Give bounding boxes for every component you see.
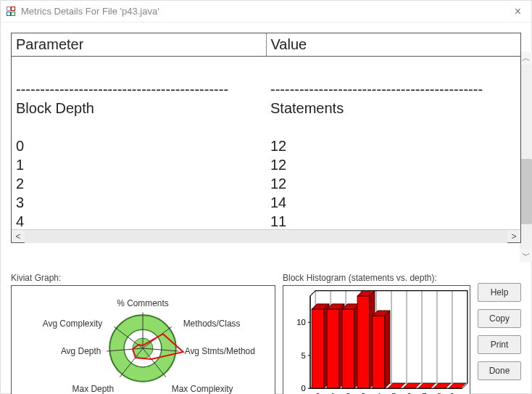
subheader-value: Statements xyxy=(266,99,520,118)
table-header: Parameter Value xyxy=(12,33,520,57)
svg-rect-31 xyxy=(312,309,324,388)
histogram-col: Block Histogram (statements vs. depth): … xyxy=(283,273,470,386)
svg-text:Max Depth: Max Depth xyxy=(72,384,115,394)
col-parameter[interactable]: Parameter xyxy=(12,33,267,56)
kiviat-label: Kiviat Graph: xyxy=(11,273,275,283)
vertical-scrollbar[interactable]: ︿ ﹀ xyxy=(520,52,532,262)
scroll-down-icon[interactable]: ﹀ xyxy=(520,249,532,262)
svg-text:Avg Complexity: Avg Complexity xyxy=(43,319,103,329)
svg-marker-45 xyxy=(385,311,390,388)
scroll-up-icon[interactable]: ︿ xyxy=(520,52,532,65)
svg-rect-34 xyxy=(327,309,339,388)
metrics-table: Parameter Value ------------------------… xyxy=(11,33,521,243)
kiviat-chart: % Comments Methods/Class Avg Stmts/Metho… xyxy=(12,286,275,394)
svg-rect-43 xyxy=(373,316,385,388)
hscroll-track[interactable] xyxy=(25,230,507,243)
col-value[interactable]: Value xyxy=(267,33,521,56)
table-row: 1 12 xyxy=(12,155,520,174)
histogram-label: Block Histogram (statements vs. depth): xyxy=(283,273,470,283)
table-spacer xyxy=(12,61,520,80)
svg-rect-37 xyxy=(342,309,354,388)
table-body: ----------------------------------------… xyxy=(12,57,520,229)
svg-rect-40 xyxy=(357,296,370,388)
subheader-parameter: Block Depth xyxy=(12,99,266,118)
svg-text:Methods/Class: Methods/Class xyxy=(183,319,241,329)
svg-text:10: 10 xyxy=(296,318,306,327)
table-row: 4 11 xyxy=(12,212,520,229)
table-separator: ----------------------------------------… xyxy=(12,80,520,99)
table-subheader: Block Depth Statements xyxy=(12,99,520,118)
svg-text:% Comments: % Comments xyxy=(117,298,169,308)
scroll-thumb[interactable] xyxy=(520,159,532,224)
window: Metrics Details For File 'p43.java' × ︿ … xyxy=(0,0,532,394)
svg-text:5: 5 xyxy=(302,351,306,360)
window-title: Metrics Details For File 'p43.java' xyxy=(21,6,159,17)
button-group: Help Copy Print Done xyxy=(478,273,521,386)
close-icon[interactable]: × xyxy=(510,5,525,18)
scroll-right-icon[interactable]: > xyxy=(507,230,520,243)
kiviat-col: Kiviat Graph: xyxy=(11,273,275,386)
histogram-panel: 05100123456789+ xyxy=(283,285,470,394)
help-button[interactable]: Help xyxy=(478,283,521,302)
horizontal-scrollbar[interactable]: < > xyxy=(12,229,520,242)
svg-text:Avg Depth: Avg Depth xyxy=(61,346,101,356)
copy-button[interactable]: Copy xyxy=(478,309,521,328)
svg-text:Avg Stmts/Method: Avg Stmts/Method xyxy=(185,346,255,356)
done-button[interactable]: Done xyxy=(478,361,521,380)
titlebar: Metrics Details For File 'p43.java' × xyxy=(1,1,531,22)
print-button[interactable]: Print xyxy=(478,335,521,354)
bottom-area: Kiviat Graph: xyxy=(11,273,521,386)
svg-text:0: 0 xyxy=(302,384,306,393)
kiviat-panel: % Comments Methods/Class Avg Stmts/Metho… xyxy=(11,285,275,394)
table-row: 3 14 xyxy=(12,193,520,212)
histogram-chart: 05100123456789+ xyxy=(283,286,470,394)
svg-text:Max Complexity: Max Complexity xyxy=(172,384,233,394)
table-spacer xyxy=(12,118,520,136)
table-row: 0 12 xyxy=(12,136,520,155)
content: ︿ ﹀ Parameter Value --------------------… xyxy=(1,22,531,393)
table-row: 2 12 xyxy=(12,174,520,193)
scroll-left-icon[interactable]: < xyxy=(12,230,25,243)
app-icon xyxy=(7,7,17,17)
scroll-track[interactable] xyxy=(520,65,532,249)
